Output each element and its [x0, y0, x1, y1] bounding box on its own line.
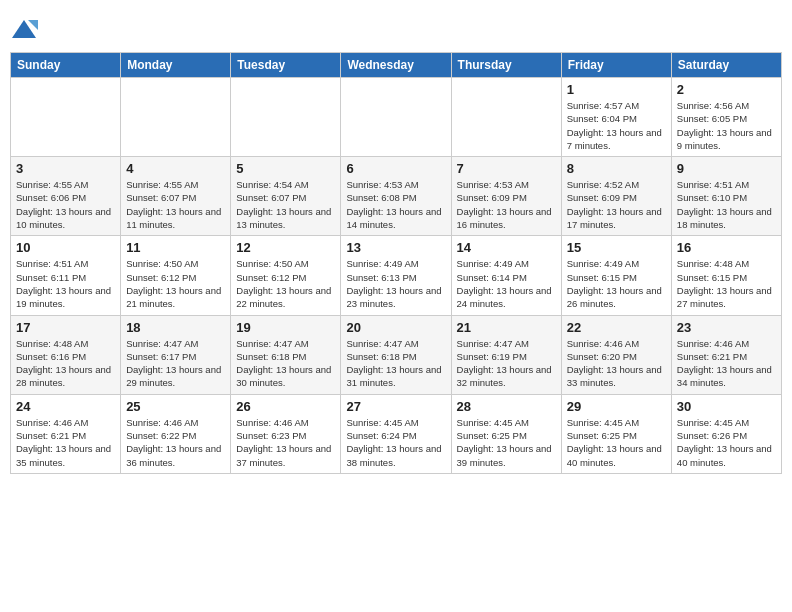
day-info: Sunrise: 4:45 AM Sunset: 6:25 PM Dayligh…	[457, 416, 556, 469]
week-row-1: 1Sunrise: 4:57 AM Sunset: 6:04 PM Daylig…	[11, 78, 782, 157]
week-row-5: 24Sunrise: 4:46 AM Sunset: 6:21 PM Dayli…	[11, 394, 782, 473]
day-number: 20	[346, 320, 445, 335]
day-number: 21	[457, 320, 556, 335]
calendar-cell: 11Sunrise: 4:50 AM Sunset: 6:12 PM Dayli…	[121, 236, 231, 315]
header-day-wednesday: Wednesday	[341, 53, 451, 78]
day-number: 28	[457, 399, 556, 414]
day-number: 17	[16, 320, 115, 335]
header-day-monday: Monday	[121, 53, 231, 78]
calendar-cell: 5Sunrise: 4:54 AM Sunset: 6:07 PM Daylig…	[231, 157, 341, 236]
day-info: Sunrise: 4:46 AM Sunset: 6:20 PM Dayligh…	[567, 337, 666, 390]
day-number: 22	[567, 320, 666, 335]
day-number: 27	[346, 399, 445, 414]
header-row: SundayMondayTuesdayWednesdayThursdayFrid…	[11, 53, 782, 78]
calendar-cell: 16Sunrise: 4:48 AM Sunset: 6:15 PM Dayli…	[671, 236, 781, 315]
day-number: 30	[677, 399, 776, 414]
week-row-4: 17Sunrise: 4:48 AM Sunset: 6:16 PM Dayli…	[11, 315, 782, 394]
calendar-cell: 22Sunrise: 4:46 AM Sunset: 6:20 PM Dayli…	[561, 315, 671, 394]
day-number: 18	[126, 320, 225, 335]
calendar-cell: 10Sunrise: 4:51 AM Sunset: 6:11 PM Dayli…	[11, 236, 121, 315]
calendar-cell: 20Sunrise: 4:47 AM Sunset: 6:18 PM Dayli…	[341, 315, 451, 394]
calendar-cell	[231, 78, 341, 157]
day-number: 29	[567, 399, 666, 414]
day-info: Sunrise: 4:46 AM Sunset: 6:22 PM Dayligh…	[126, 416, 225, 469]
header-day-saturday: Saturday	[671, 53, 781, 78]
day-number: 25	[126, 399, 225, 414]
day-number: 24	[16, 399, 115, 414]
day-number: 14	[457, 240, 556, 255]
day-info: Sunrise: 4:50 AM Sunset: 6:12 PM Dayligh…	[126, 257, 225, 310]
day-number: 23	[677, 320, 776, 335]
calendar-cell: 27Sunrise: 4:45 AM Sunset: 6:24 PM Dayli…	[341, 394, 451, 473]
calendar-cell: 7Sunrise: 4:53 AM Sunset: 6:09 PM Daylig…	[451, 157, 561, 236]
day-info: Sunrise: 4:55 AM Sunset: 6:06 PM Dayligh…	[16, 178, 115, 231]
day-info: Sunrise: 4:47 AM Sunset: 6:18 PM Dayligh…	[236, 337, 335, 390]
day-info: Sunrise: 4:57 AM Sunset: 6:04 PM Dayligh…	[567, 99, 666, 152]
day-info: Sunrise: 4:45 AM Sunset: 6:25 PM Dayligh…	[567, 416, 666, 469]
day-info: Sunrise: 4:55 AM Sunset: 6:07 PM Dayligh…	[126, 178, 225, 231]
day-number: 26	[236, 399, 335, 414]
header-day-friday: Friday	[561, 53, 671, 78]
calendar-cell: 6Sunrise: 4:53 AM Sunset: 6:08 PM Daylig…	[341, 157, 451, 236]
day-info: Sunrise: 4:49 AM Sunset: 6:13 PM Dayligh…	[346, 257, 445, 310]
calendar-table: SundayMondayTuesdayWednesdayThursdayFrid…	[10, 52, 782, 474]
logo-icon	[10, 16, 38, 44]
calendar-cell: 4Sunrise: 4:55 AM Sunset: 6:07 PM Daylig…	[121, 157, 231, 236]
day-number: 16	[677, 240, 776, 255]
day-number: 3	[16, 161, 115, 176]
calendar-header: SundayMondayTuesdayWednesdayThursdayFrid…	[11, 53, 782, 78]
day-info: Sunrise: 4:46 AM Sunset: 6:21 PM Dayligh…	[677, 337, 776, 390]
day-number: 2	[677, 82, 776, 97]
calendar-cell: 29Sunrise: 4:45 AM Sunset: 6:25 PM Dayli…	[561, 394, 671, 473]
day-number: 11	[126, 240, 225, 255]
day-number: 13	[346, 240, 445, 255]
day-info: Sunrise: 4:50 AM Sunset: 6:12 PM Dayligh…	[236, 257, 335, 310]
day-number: 1	[567, 82, 666, 97]
day-info: Sunrise: 4:47 AM Sunset: 6:19 PM Dayligh…	[457, 337, 556, 390]
day-info: Sunrise: 4:53 AM Sunset: 6:08 PM Dayligh…	[346, 178, 445, 231]
day-info: Sunrise: 4:46 AM Sunset: 6:21 PM Dayligh…	[16, 416, 115, 469]
day-number: 19	[236, 320, 335, 335]
day-info: Sunrise: 4:47 AM Sunset: 6:17 PM Dayligh…	[126, 337, 225, 390]
calendar-cell: 19Sunrise: 4:47 AM Sunset: 6:18 PM Dayli…	[231, 315, 341, 394]
day-info: Sunrise: 4:49 AM Sunset: 6:15 PM Dayligh…	[567, 257, 666, 310]
calendar-cell: 30Sunrise: 4:45 AM Sunset: 6:26 PM Dayli…	[671, 394, 781, 473]
day-number: 6	[346, 161, 445, 176]
calendar-cell: 26Sunrise: 4:46 AM Sunset: 6:23 PM Dayli…	[231, 394, 341, 473]
calendar-body: 1Sunrise: 4:57 AM Sunset: 6:04 PM Daylig…	[11, 78, 782, 474]
day-info: Sunrise: 4:48 AM Sunset: 6:16 PM Dayligh…	[16, 337, 115, 390]
header-day-sunday: Sunday	[11, 53, 121, 78]
calendar-cell: 13Sunrise: 4:49 AM Sunset: 6:13 PM Dayli…	[341, 236, 451, 315]
calendar-cell: 9Sunrise: 4:51 AM Sunset: 6:10 PM Daylig…	[671, 157, 781, 236]
calendar-cell: 2Sunrise: 4:56 AM Sunset: 6:05 PM Daylig…	[671, 78, 781, 157]
day-info: Sunrise: 4:46 AM Sunset: 6:23 PM Dayligh…	[236, 416, 335, 469]
day-number: 9	[677, 161, 776, 176]
calendar-cell: 3Sunrise: 4:55 AM Sunset: 6:06 PM Daylig…	[11, 157, 121, 236]
calendar-cell	[121, 78, 231, 157]
day-number: 4	[126, 161, 225, 176]
day-number: 12	[236, 240, 335, 255]
calendar-cell: 17Sunrise: 4:48 AM Sunset: 6:16 PM Dayli…	[11, 315, 121, 394]
calendar-cell: 12Sunrise: 4:50 AM Sunset: 6:12 PM Dayli…	[231, 236, 341, 315]
logo	[10, 16, 42, 44]
week-row-3: 10Sunrise: 4:51 AM Sunset: 6:11 PM Dayli…	[11, 236, 782, 315]
calendar-cell: 8Sunrise: 4:52 AM Sunset: 6:09 PM Daylig…	[561, 157, 671, 236]
day-info: Sunrise: 4:54 AM Sunset: 6:07 PM Dayligh…	[236, 178, 335, 231]
calendar-cell: 14Sunrise: 4:49 AM Sunset: 6:14 PM Dayli…	[451, 236, 561, 315]
header-day-tuesday: Tuesday	[231, 53, 341, 78]
day-number: 15	[567, 240, 666, 255]
header-day-thursday: Thursday	[451, 53, 561, 78]
day-info: Sunrise: 4:45 AM Sunset: 6:26 PM Dayligh…	[677, 416, 776, 469]
calendar-cell: 23Sunrise: 4:46 AM Sunset: 6:21 PM Dayli…	[671, 315, 781, 394]
calendar-cell	[341, 78, 451, 157]
day-info: Sunrise: 4:56 AM Sunset: 6:05 PM Dayligh…	[677, 99, 776, 152]
day-info: Sunrise: 4:51 AM Sunset: 6:11 PM Dayligh…	[16, 257, 115, 310]
calendar-cell: 18Sunrise: 4:47 AM Sunset: 6:17 PM Dayli…	[121, 315, 231, 394]
day-info: Sunrise: 4:48 AM Sunset: 6:15 PM Dayligh…	[677, 257, 776, 310]
day-info: Sunrise: 4:53 AM Sunset: 6:09 PM Dayligh…	[457, 178, 556, 231]
calendar-cell	[451, 78, 561, 157]
day-number: 10	[16, 240, 115, 255]
day-info: Sunrise: 4:52 AM Sunset: 6:09 PM Dayligh…	[567, 178, 666, 231]
calendar-cell: 25Sunrise: 4:46 AM Sunset: 6:22 PM Dayli…	[121, 394, 231, 473]
day-info: Sunrise: 4:45 AM Sunset: 6:24 PM Dayligh…	[346, 416, 445, 469]
